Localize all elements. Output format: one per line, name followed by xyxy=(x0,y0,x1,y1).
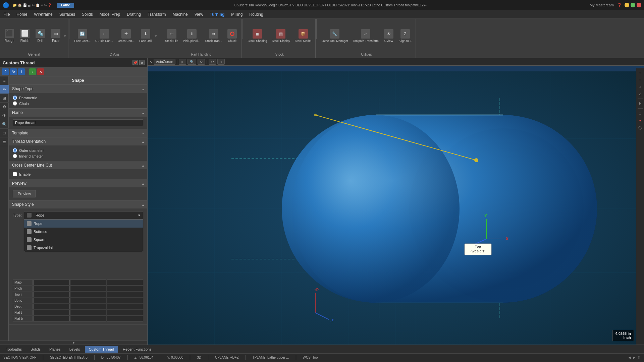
rt-dot-red[interactable]: ● xyxy=(637,117,643,123)
panel-info-button[interactable]: i xyxy=(18,68,25,75)
maximize-button[interactable] xyxy=(631,3,635,7)
ribbon-btn-chuck[interactable]: ⭕ Chuck xyxy=(225,28,239,44)
vp-rotate-btn[interactable]: ↻ xyxy=(198,59,205,65)
status-icon2[interactable]: ▶ xyxy=(633,356,636,359)
rt-circle2[interactable]: ◯ xyxy=(637,124,643,130)
btab-solids[interactable]: Solids xyxy=(26,346,45,353)
field-dept-v3[interactable] xyxy=(107,304,143,309)
field-pitch-v3[interactable] xyxy=(107,286,143,291)
field-topr-v1[interactable] xyxy=(33,292,70,297)
ribbon-btn-cview[interactable]: 👁 CView xyxy=(381,28,396,44)
preview-header[interactable]: Preview ▴ xyxy=(9,179,147,187)
shape-type-chain-radio[interactable] xyxy=(13,101,17,106)
field-botto-v3[interactable] xyxy=(107,298,143,303)
thread-outer-diam-radio[interactable] xyxy=(13,148,17,153)
ribbon-btn-finish[interactable]: ⬜ Finish xyxy=(17,27,32,44)
close-button[interactable] xyxy=(637,3,641,7)
field-botto-v2[interactable] xyxy=(70,298,107,303)
ribbon-btn-stock-display[interactable]: ▤ Stock Display xyxy=(270,28,292,44)
shape-type-header[interactable]: Shape Type ▴ xyxy=(9,85,147,93)
shape-style-dropdown-btn[interactable]: Rope ▾ xyxy=(24,211,143,219)
menu-surfaces[interactable]: Surfaces xyxy=(56,11,78,18)
ps-shape[interactable]: ✏ xyxy=(0,85,9,94)
thread-inner-diam-radio[interactable] xyxy=(13,154,17,158)
thread-orientation-header[interactable]: Thread Orientation ▴ xyxy=(9,137,147,145)
field-majo-v1[interactable] xyxy=(33,280,70,285)
dropdown-item-buttress[interactable]: Buttress xyxy=(24,228,143,236)
field-dept-v1[interactable] xyxy=(33,304,70,309)
status-icon3[interactable]: ⚙ xyxy=(638,356,641,359)
rt-box[interactable]: □ xyxy=(637,110,643,116)
field-majo-v3[interactable] xyxy=(107,280,143,285)
ribbon-btn-stock-model[interactable]: 📦 Stock Model xyxy=(293,28,314,44)
field-pitch-v1[interactable] xyxy=(33,286,70,291)
vp-select-btn[interactable]: ▷ xyxy=(179,59,186,65)
panel-cancel-button[interactable]: ✕ xyxy=(37,68,44,75)
ps-box[interactable]: □ xyxy=(0,129,9,137)
menu-routing[interactable]: Routing xyxy=(246,11,266,18)
general-expand[interactable]: ▾ xyxy=(64,33,66,39)
btab-recent-functions[interactable]: Recent Functions xyxy=(119,346,156,353)
menu-milling[interactable]: Milling xyxy=(228,11,246,18)
name-header[interactable]: Name ▴ xyxy=(9,109,147,117)
field-flatb-v1[interactable] xyxy=(33,316,70,321)
field-pitch-v2[interactable] xyxy=(70,286,107,291)
cross-center-enable[interactable]: Enable xyxy=(13,172,143,176)
btab-planes[interactable]: Planes xyxy=(45,346,65,353)
shape-type-chain[interactable]: Chain xyxy=(13,101,143,106)
name-input[interactable] xyxy=(13,119,143,126)
field-flatb-v2[interactable] xyxy=(70,316,107,321)
ps-layers[interactable]: ⊞ xyxy=(0,94,9,103)
vp-undo-btn[interactable]: ↩ xyxy=(209,59,216,65)
dropdown-item-rope[interactable]: Rope xyxy=(24,220,143,228)
menu-wireframe[interactable]: Wireframe xyxy=(31,11,56,18)
panel-close-button[interactable]: ✕ xyxy=(139,60,145,65)
vp-redo-btn[interactable]: ↪ xyxy=(217,59,225,65)
menu-home[interactable]: Home xyxy=(13,11,31,18)
rt-minus[interactable]: − xyxy=(637,77,643,83)
ribbon-btn-cross-con[interactable]: ✚ Cross Con... xyxy=(116,28,137,44)
ps-settings[interactable]: ⚙ xyxy=(0,103,9,111)
preview-button[interactable]: Preview xyxy=(13,190,36,197)
caxis-expand[interactable]: ▾ xyxy=(155,33,157,39)
ribbon-btn-caxis-con[interactable]: ↔ C-Axis Con... xyxy=(93,28,115,44)
autocursor-btn[interactable]: AutoCursor xyxy=(154,59,175,65)
ps-list[interactable]: ≣ xyxy=(0,137,9,146)
ribbon-btn-stock-shading[interactable]: ◼ Stock Shading xyxy=(246,28,269,44)
menu-turning[interactable]: Turning xyxy=(207,11,228,18)
ribbon-btn-stock-flip[interactable]: ↩ Stock Flip xyxy=(163,28,180,44)
rt-h[interactable]: H xyxy=(637,101,643,107)
template-header[interactable]: Template ▾ xyxy=(9,129,147,137)
menu-machine[interactable]: Machine xyxy=(169,11,191,18)
dropdown-item-trapezoidal[interactable]: Trapezoidal xyxy=(24,244,143,252)
status-icon1[interactable]: ◀ xyxy=(628,356,631,359)
menu-view[interactable]: View xyxy=(191,11,207,18)
help-icon[interactable]: ❓ xyxy=(617,3,622,7)
ribbon-btn-stock-tran[interactable]: ➡ Stock Tran... xyxy=(203,28,224,44)
ribbon-btn-align-z[interactable]: Z Align to Z xyxy=(397,28,414,44)
dropdown-item-square[interactable]: Square xyxy=(24,236,143,244)
panel-scroll-arrow[interactable]: ▾ xyxy=(0,341,147,345)
btab-custom-thread[interactable]: Custom Thread xyxy=(85,346,118,353)
ribbon-btn-face-drill[interactable]: ⬇ Face Drill xyxy=(137,28,154,44)
panel-help-button[interactable]: ? xyxy=(2,68,9,75)
menu-solids[interactable]: Solids xyxy=(78,11,96,18)
thread-inner-diam[interactable]: Inner diameter xyxy=(13,154,143,158)
ribbon-btn-face[interactable]: ▭ Face xyxy=(48,27,63,44)
panel-pin-button[interactable]: 📌 xyxy=(132,60,138,65)
ribbon-btn-rough[interactable]: ⬛ Rough xyxy=(2,27,17,44)
rt-circle[interactable]: ○ xyxy=(637,84,643,90)
ribbon-btn-face-cont[interactable]: 🔄 Face Cont... xyxy=(72,28,93,44)
rt-angle[interactable]: ∠ xyxy=(637,91,643,97)
ps-hamburger[interactable]: ≡ xyxy=(0,76,9,85)
rt-plus[interactable]: + xyxy=(637,70,643,76)
field-flatt-v1[interactable] xyxy=(33,310,70,315)
menu-drafting[interactable]: Drafting xyxy=(123,11,144,18)
field-botto-v1[interactable] xyxy=(33,298,70,303)
cross-center-checkbox[interactable] xyxy=(13,172,17,176)
shape-style-header[interactable]: Shape Style ▴ xyxy=(9,200,147,208)
field-flatt-v3[interactable] xyxy=(107,310,143,315)
thread-outer-diam[interactable]: Outer diameter xyxy=(13,148,143,153)
ps-eye[interactable]: 👁 xyxy=(0,111,9,120)
shape-type-parametric[interactable]: Parametric xyxy=(13,96,143,100)
